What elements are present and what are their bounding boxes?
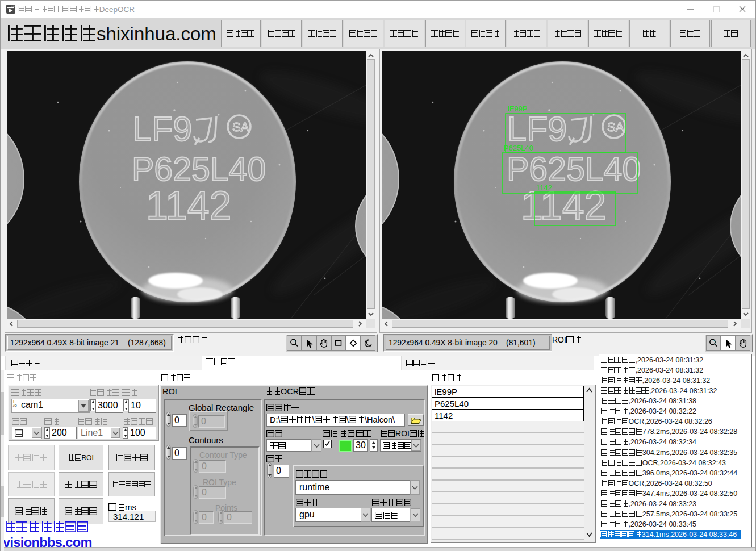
svg-text:1142: 1142 bbox=[536, 183, 552, 192]
svg-text:P625L40: P625L40 bbox=[504, 144, 533, 152]
svg-text:lE99P: lE99P bbox=[508, 105, 528, 113]
